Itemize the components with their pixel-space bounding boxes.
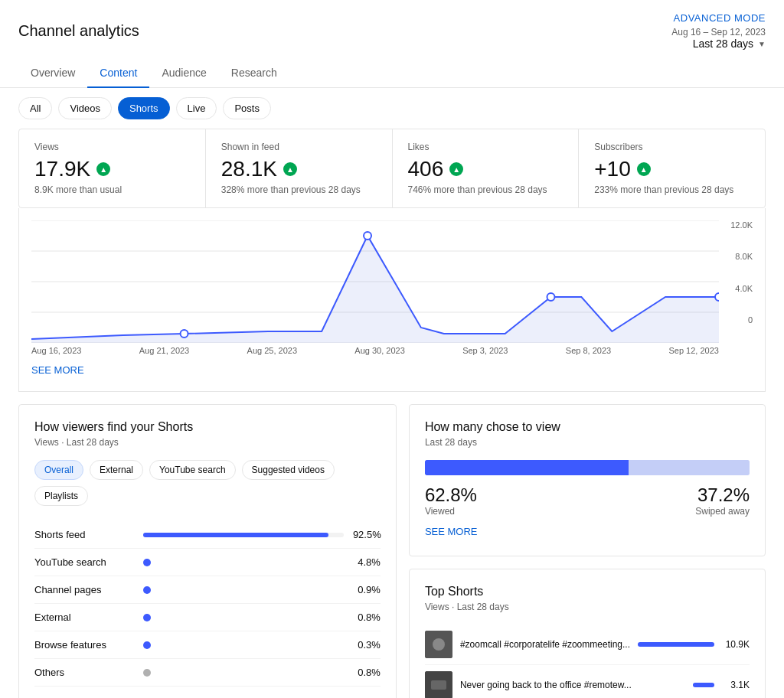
traffic-card: How viewers find your Shorts Views · Las… <box>18 404 397 698</box>
traffic-pct-browse: 0.3% <box>353 639 381 651</box>
chart-see-more[interactable]: SEE MORE <box>31 355 84 379</box>
traffic-see-more[interactable]: SEE MORE <box>34 687 87 698</box>
viewed-pct: 62.8% <box>425 484 477 506</box>
traffic-row-browse: Browse features 0.3% <box>34 631 381 659</box>
traffic-subtitle: Views · Last 28 days <box>34 437 381 448</box>
metric-views-value: 17.9K ▲ <box>34 157 190 181</box>
tab-content[interactable]: Content <box>87 59 149 88</box>
shorts-row-1[interactable]: Never going back to the office #remotew.… <box>425 665 750 698</box>
metric-views-sub: 8.9K more than usual <box>34 184 190 195</box>
shorts-title-0: #zoomcall #corporatelife #zoommeeting... <box>460 639 630 650</box>
metric-subscribers-label: Subscribers <box>594 142 750 152</box>
date-range-container: Aug 16 – Sep 12, 2023 Last 28 days ▼ <box>671 27 766 50</box>
traffic-label-yt-search: YouTube search <box>34 556 134 568</box>
svg-point-9 <box>715 293 719 301</box>
subnav-shorts[interactable]: Shorts <box>118 97 170 119</box>
traffic-pct-yt-search: 4.8% <box>353 556 381 568</box>
y-label-4k: 4.0K <box>735 284 753 293</box>
traffic-label-browse: Browse features <box>34 639 134 651</box>
filter-overall[interactable]: Overall <box>34 460 83 480</box>
view-choice-card: How many chose to view Last 28 days 62.8… <box>409 404 766 556</box>
svg-marker-5 <box>31 236 719 343</box>
right-section: How many chose to view Last 28 days 62.8… <box>409 404 766 698</box>
page-title: Channel analytics <box>18 22 139 40</box>
traffic-pct-others: 0.8% <box>353 667 381 678</box>
svg-point-7 <box>364 232 371 240</box>
x-label-5: Sep 8, 2023 <box>566 346 611 355</box>
svg-point-6 <box>181 330 188 338</box>
metric-likes-sub: 746% more than previous 28 days <box>408 184 564 195</box>
metric-likes-value: 406 ▲ <box>408 157 564 181</box>
date-range-value[interactable]: Last 28 days ▼ <box>693 38 766 50</box>
traffic-label-shorts-feed: Shorts feed <box>34 529 134 540</box>
y-label-0: 0 <box>748 315 753 325</box>
shorts-thumb-0 <box>425 631 452 658</box>
header-right: ADVANCED MODE Aug 16 – Sep 12, 2023 Last… <box>671 12 766 50</box>
swiped-stat: 37.2% Swiped away <box>695 484 750 517</box>
swiped-pct: 37.2% <box>695 484 750 506</box>
advanced-mode-button[interactable]: ADVANCED MODE <box>674 12 766 24</box>
traffic-dot-external <box>143 614 151 621</box>
page-header: Channel analytics ADVANCED MODE Aug 16 –… <box>0 0 784 50</box>
shorts-count-0: 10.9K <box>720 639 750 650</box>
traffic-pct-external: 0.8% <box>353 612 381 623</box>
viewed-label: Viewed <box>425 506 477 517</box>
top-shorts-title: Top Shorts <box>425 585 750 599</box>
chart-outer: 12.0K 8.0K 4.0K 0 <box>31 220 753 343</box>
y-label-12k: 12.0K <box>730 220 753 230</box>
view-choice-title: How many chose to view <box>425 420 750 434</box>
x-label-0: Aug 16, 2023 <box>31 346 81 355</box>
metric-subscribers-up-icon: ▲ <box>637 162 651 176</box>
date-range-label: Aug 16 – Sep 12, 2023 <box>671 27 766 38</box>
svg-point-8 <box>547 293 555 301</box>
metric-views-up-icon: ▲ <box>96 162 110 176</box>
filter-external[interactable]: External <box>90 460 143 480</box>
shorts-bar-1 <box>693 683 714 687</box>
view-see-more[interactable]: SEE MORE <box>425 517 478 540</box>
filter-playlists[interactable]: Playlists <box>34 486 88 506</box>
metric-views-label: Views <box>34 142 190 152</box>
chart-x-labels: Aug 16, 2023 Aug 21, 2023 Aug 25, 2023 A… <box>31 346 719 355</box>
tab-overview[interactable]: Overview <box>18 59 87 88</box>
chart-svg <box>31 220 719 343</box>
subnav-videos[interactable]: Videos <box>58 97 112 119</box>
traffic-dot-channel-pages <box>143 586 151 594</box>
shorts-bar-wrap-0: 10.9K <box>638 639 750 650</box>
chart-inner <box>31 220 719 343</box>
traffic-pct-channel-pages: 0.9% <box>353 584 381 595</box>
sub-nav: All Videos Shorts Live Posts <box>0 88 784 129</box>
traffic-row-channel-pages: Channel pages 0.9% <box>34 576 381 604</box>
view-bar-row <box>425 460 750 475</box>
traffic-row-shorts-feed: Shorts feed 92.5% <box>34 521 381 549</box>
traffic-filters: Overall External YouTube search Suggeste… <box>34 460 381 506</box>
shorts-title-1: Never going back to the office #remotew.… <box>460 680 685 690</box>
viewed-bar-segment <box>425 460 629 475</box>
subnav-live[interactable]: Live <box>176 97 217 119</box>
x-label-2: Aug 25, 2023 <box>247 346 297 355</box>
shorts-bar-0 <box>638 642 714 647</box>
metric-likes-up-icon: ▲ <box>449 162 463 176</box>
top-shorts-subtitle: Views · Last 28 days <box>425 602 750 612</box>
traffic-row-yt-search: YouTube search 4.8% <box>34 549 381 576</box>
tab-research[interactable]: Research <box>219 59 289 88</box>
subnav-posts[interactable]: Posts <box>223 97 271 119</box>
subnav-all[interactable]: All <box>18 97 52 119</box>
svg-point-15 <box>433 638 445 651</box>
filter-suggested[interactable]: Suggested videos <box>242 460 335 480</box>
dropdown-arrow-icon: ▼ <box>758 40 766 48</box>
top-shorts-card: Top Shorts Views · Last 28 days #zoomcal… <box>409 569 766 698</box>
traffic-dot-browse <box>143 641 151 649</box>
metric-feed-value: 28.1K ▲ <box>221 157 377 181</box>
metric-feed-label: Shown in feed <box>221 142 377 152</box>
y-axis-labels: 12.0K 8.0K 4.0K 0 <box>722 220 753 325</box>
x-label-6: Sep 12, 2023 <box>668 346 718 355</box>
traffic-label-channel-pages: Channel pages <box>34 584 134 595</box>
shorts-row-0[interactable]: #zoomcall #corporatelife #zoommeeting...… <box>425 625 750 665</box>
filter-youtube-search[interactable]: YouTube search <box>149 460 236 480</box>
traffic-label-external: External <box>34 612 134 623</box>
tab-audience[interactable]: Audience <box>149 59 218 88</box>
chart-area: 12.0K 8.0K 4.0K 0 Aug 16, 2023 Aug 21, 2… <box>18 208 766 392</box>
top-nav: Overview Content Audience Research <box>0 59 784 88</box>
metric-likes-label: Likes <box>408 142 564 152</box>
metric-subscribers-value: +10 ▲ <box>594 157 750 181</box>
